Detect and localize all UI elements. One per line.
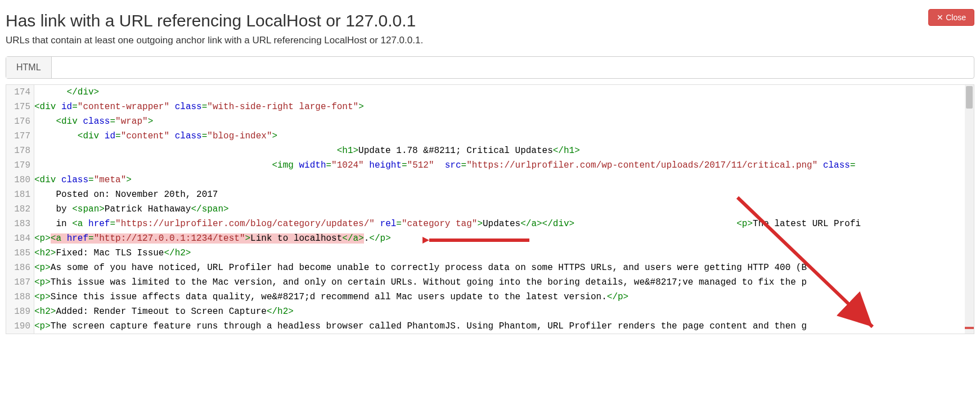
code-lines[interactable]: </div><div id="content-wrapper" class="w… xyxy=(34,85,974,334)
code-line[interactable]: <p><a href="http://127.0.0.1:1234/test">… xyxy=(34,231,974,246)
line-number: 178 xyxy=(6,143,30,158)
line-number: 186 xyxy=(6,260,30,275)
line-number: 179 xyxy=(6,158,30,173)
page-title: Has link with a URL referencing LocalHos… xyxy=(6,11,416,30)
code-line[interactable]: <div class="meta"> xyxy=(34,173,974,187)
scrollbar-highlight-marker xyxy=(965,327,974,329)
code-line[interactable]: <p>As some of you have noticed, URL Prof… xyxy=(34,260,974,275)
code-line[interactable]: <img width="1024" height="512" src="http… xyxy=(34,158,974,173)
line-number: 185 xyxy=(6,246,30,260)
line-number: 188 xyxy=(6,290,30,304)
tab-bar: HTML xyxy=(6,56,974,79)
code-line[interactable]: <div id="content-wrapper" class="with-si… xyxy=(34,100,974,114)
code-line[interactable]: <div id="content" class="blog-index"> xyxy=(34,129,974,143)
code-line[interactable]: <h2>Added: Render Timeout to Screen Capt… xyxy=(34,304,974,319)
tab-html[interactable]: HTML xyxy=(6,57,52,78)
line-number: 182 xyxy=(6,202,30,217)
line-number: 184 xyxy=(6,231,30,246)
vertical-scrollbar[interactable] xyxy=(965,85,974,334)
code-line[interactable]: in <a href="https://urlprofiler.com/blog… xyxy=(34,217,974,231)
code-line[interactable]: <p>This issue was limited to the Mac ver… xyxy=(34,275,974,290)
close-button[interactable]: ✕Close xyxy=(928,9,974,26)
code-line[interactable]: by <span>Patrick Hathaway</span> xyxy=(34,202,974,217)
line-number: 187 xyxy=(6,275,30,290)
code-line[interactable]: </div> xyxy=(34,85,974,100)
line-number: 181 xyxy=(6,187,30,202)
line-number: 175 xyxy=(6,100,30,114)
code-line[interactable]: <p>Since this issue affects data quality… xyxy=(34,290,974,304)
scrollbar-thumb[interactable] xyxy=(966,86,973,109)
line-number: 177 xyxy=(6,129,30,143)
code-line[interactable]: <h1>Update 1.78 &#8211; Critical Updates… xyxy=(34,143,974,158)
code-line[interactable]: <div class="wrap"> xyxy=(34,114,974,129)
line-number: 189 xyxy=(6,304,30,319)
line-gutter: 1741751761771781791801811821831841851861… xyxy=(6,85,34,334)
line-number: 183 xyxy=(6,217,30,231)
line-number: 174 xyxy=(6,85,30,100)
code-viewer[interactable]: 1741751761771781791801811821831841851861… xyxy=(6,84,974,334)
code-line[interactable]: Posted on: November 20th, 2017 xyxy=(34,187,974,202)
line-number: 176 xyxy=(6,114,30,129)
page-description: URLs that contain at least one outgoing … xyxy=(6,35,974,46)
line-number: 190 xyxy=(6,319,30,334)
code-line[interactable]: <p>The screen capture feature runs throu… xyxy=(34,319,974,334)
code-line[interactable]: <h2>Fixed: Mac TLS Issue</h2> xyxy=(34,246,974,260)
close-icon: ✕ xyxy=(937,13,943,22)
line-number: 180 xyxy=(6,173,30,187)
close-button-label: Close xyxy=(946,13,966,22)
